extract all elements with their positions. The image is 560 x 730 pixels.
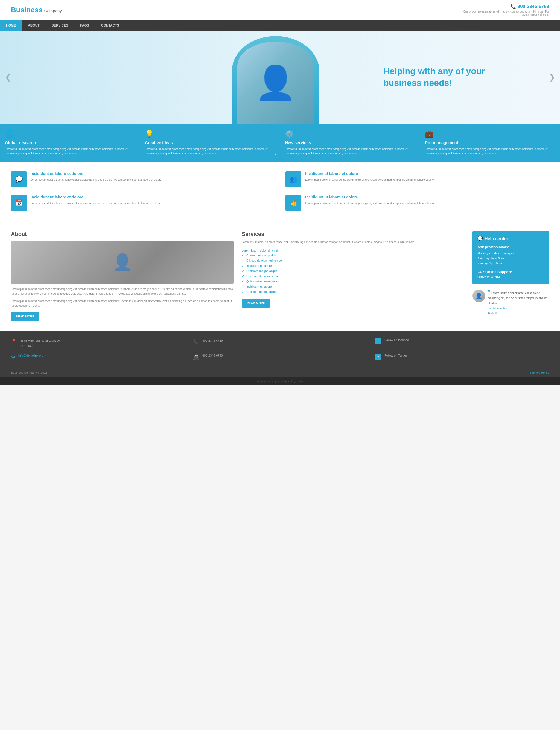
about-text-2: Lorem ipsum dolor sit amet conse ctetur … [11,299,234,308]
footer-twitter[interactable]: t Follow on Twitter [375,354,549,360]
privacy-link[interactable]: Privacy Policy [530,371,549,374]
service-card-text-1: Lorem ipsum dolor sit amet conse ctetur … [305,178,435,182]
service-card-text-3: Lorem ipsum dolor sit amet conse ctetur … [305,201,435,206]
header-contact: 📞 800-2345-6789 One of our representativ… [462,4,549,16]
hero-arrow-right[interactable]: ❯ [549,73,555,82]
facebook-text: Follow on facebook [384,338,410,341]
help-bubble-icon: 💬 [477,236,483,241]
service-card-content-2: Incididunt ut labore et dolore Lorem ips… [31,195,161,206]
services-list-item-3: ✓Incididunt ut labore [242,263,464,268]
help-support-title: 24/7 Online Support: [477,270,544,274]
nav-item-services[interactable]: SERVICES [46,20,74,31]
nav-item-faqs[interactable]: FAQS [74,20,95,31]
footer-phone-icon: 📞 [193,339,199,345]
footer: 📍 4578 Marmora Road,Glasgow D04 89GR 📞 8… [0,331,560,368]
header-phone[interactable]: 📞 800-2345-6789 [462,4,549,9]
services-list-item-4: ✓Et dolore magna aliqua [242,268,464,274]
email-icon: ✉ [11,354,15,360]
hero-heading: Helping with any of your business needs! [383,65,493,89]
service-card-icon-2: 📅 [11,195,27,211]
navigation: HOME ABOUT SERVICES FAQS CONTACTS [0,20,560,31]
feature-text-1: Lorem ipsum dolor sit amet conse ctetur … [145,147,275,156]
help-support-phone: 800-2345-6789 [477,275,544,279]
service-card-title-2: Incididunt ut labore et dolore [31,195,161,199]
feature-text-2: Lorem ipsum dolor sit amet conse ctetur … [285,147,415,156]
service-card-icon-0: 💬 [11,171,27,187]
about-read-more-button[interactable]: READ MORE [11,312,39,321]
help-column: 💬 Help center: Ask professionals: Monday… [473,231,549,321]
about-services-section: About 👤 Lorem ipsum dolor sit amet conse… [0,221,560,331]
dot-2 [495,312,497,314]
footer-facebook[interactable]: f Follow on facebook [375,338,549,348]
service-card-icon-1: 👥 [285,171,301,187]
services-list: Lorem ipsum dolor sit amet ✓Conse ctetur… [242,248,464,294]
service-card-title-0: Incididunt ut labore et dolore [31,171,161,176]
nav-item-contacts[interactable]: CONTACTS [95,20,125,31]
footer-email[interactable]: ✉ info@demolink.org [11,354,185,360]
feature-icon-3: 💼 [425,130,555,138]
services-list-item-6: ✓Quis nostrud exercitation [242,279,464,284]
address-icon: 📍 [11,339,17,345]
testimonial-avatar: 👤 [473,290,485,302]
hero-person-figure: 👤 [237,42,314,124]
testimonial-link[interactable]: Incididunt ut labor [488,307,549,310]
hero-person-bg: 👤 [232,36,319,124]
hero-arrow-left[interactable]: ❮ [5,73,11,82]
footer-fax: 📠 800-2345-6790 [193,354,367,360]
help-hours: Monday - Friday: 8am-7pm Saturday: 9am-5… [477,251,544,266]
footer-address: 📍 4578 Marmora Road,Glasgow D04 89GR [11,338,185,348]
about-image: 👤 [11,241,234,284]
footer-bottom: Business Company © 2016. Privacy Policy [0,368,560,377]
feature-icon-0: 🌐 [5,130,135,138]
feature-arrow-1: › [275,153,276,157]
fax-icon: 📠 [193,354,199,360]
features-bar: 🌐 Global research Lorem ipsum dolor sit … [0,124,560,162]
about-text-1: Lorem ipsum dolor sit amet conse ctetur … [11,287,234,296]
nav-item-home[interactable]: HOME [0,20,22,31]
service-card-title-3: Incididunt ut labore et dolore [305,195,435,199]
watermark-text: www.freeheritagechristiancollege.com [257,380,303,383]
service-card-3: 👍 Incididunt ut labore et dolore Lorem i… [285,195,549,211]
nav-item-about[interactable]: ABOUT [22,20,46,31]
service-card-content-0: Incididunt ut labore et dolore Lorem ips… [31,171,161,182]
service-card-icon-3: 👍 [285,195,301,211]
service-card-0: 💬 Incididunt ut labore et dolore Lorem i… [11,171,275,187]
help-ask-title: Ask professionals: [477,245,544,249]
feature-icon-2: ⚙️ [285,130,415,138]
help-box: 💬 Help center: Ask professionals: Monday… [473,231,549,284]
logo: Business Company [11,6,62,14]
service-card-2: 📅 Incididunt ut labore et dolore Lorem i… [11,195,275,211]
services-list-item-5: ✓Ut enim ad minim veniam [242,274,464,279]
feature-item-1: 💡 Creative ideas Lorem ipsum dolor sit a… [140,124,280,162]
feature-item-0: 🌐 Global research Lorem ipsum dolor sit … [0,124,140,162]
services-list-item-2: ✓Elit sed do eiusmod tempor [242,258,464,263]
feature-icon-1: 💡 [145,130,275,138]
dot-active [488,312,490,314]
service-cards: 💬 Incididunt ut labore et dolore Lorem i… [0,162,560,221]
quote-icon: " [488,290,490,295]
dot-1 [491,312,494,314]
services-title: Services [242,231,464,237]
fax-text: 800-2345-6790 [202,354,223,357]
phone-icon: 📞 [511,4,516,9]
help-title: 💬 Help center: [477,236,544,241]
service-card-title-1: Incididunt ut labore et dolore [305,171,435,176]
testimonial-dots [488,312,549,314]
header: Business Company 📞 800-2345-6789 One of … [0,0,560,20]
testimonial-text: Lorem ipsum dolor sit amet conse ctetur … [488,291,547,305]
header-subtext: One of our representatives will happily … [462,10,549,16]
services-column: Services Lorem ipsum dolor sit amet cons… [242,231,464,321]
service-card-content-3: Incididunt ut labore et dolore Lorem ips… [305,195,435,206]
copyright-text: Business Company © 2016. [11,371,48,374]
facebook-icon: f [375,338,381,344]
about-column: About 👤 Lorem ipsum dolor sit amet conse… [11,231,234,321]
service-card-text-2: Lorem ipsum dolor sit amet conse ctetur … [31,201,161,206]
feature-item-2: ⚙️ New services Lorem ipsum dolor sit am… [280,124,420,162]
services-read-more-button[interactable]: READ MORE [242,299,270,308]
testimonial: 👤 " Lorem ipsum dolor sit amet conse cte… [473,288,549,316]
email-text: info@demolink.org [18,354,43,357]
feature-text-0: Lorem ipsum dolor sit amet conse ctetur … [5,147,135,156]
about-title: About [11,231,234,237]
feature-title-3: Pro management [425,140,555,145]
feature-title-2: New services [285,140,415,145]
